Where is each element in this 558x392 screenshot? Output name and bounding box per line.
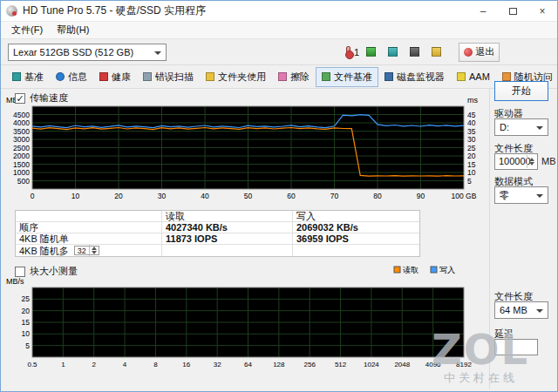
svg-text:4096: 4096: [425, 361, 441, 368]
menu-file[interactable]: 文件(F): [4, 22, 50, 38]
svg-text:128: 128: [273, 361, 285, 368]
svg-text:15: 15: [22, 318, 31, 327]
exit-icon: [464, 48, 473, 57]
maximize-button[interactable]: [498, 1, 527, 22]
block-file-length-combo[interactable]: 64 MB: [494, 301, 548, 319]
temperature-indicator: 1: [346, 46, 359, 57]
svg-text:90: 90: [417, 192, 425, 200]
close-icon: ×: [539, 5, 545, 17]
file-length-spinner[interactable]: 100000: [494, 153, 538, 170]
svg-text:1500: 1500: [13, 160, 30, 169]
health-icon: [99, 72, 108, 81]
tab-erase[interactable]: 擦除: [272, 67, 316, 87]
tab-folder-usage[interactable]: 文件夹使用: [200, 67, 272, 87]
table-header-row: 读取 写入: [16, 211, 419, 222]
data-pattern-combo[interactable]: 零: [494, 186, 548, 204]
tab-error-scan[interactable]: 错误扫描: [137, 67, 200, 87]
thermometer-icon: [346, 46, 350, 57]
svg-text:30: 30: [158, 192, 167, 200]
svg-text:32: 32: [214, 361, 221, 368]
svg-text:2000: 2000: [13, 152, 30, 160]
checkbox-box-icon: [15, 267, 25, 277]
start-button[interactable]: 开始: [494, 81, 548, 101]
svg-text:500: 500: [17, 177, 30, 186]
close-button[interactable]: ×: [527, 1, 557, 22]
drive-combo[interactable]: D:: [494, 118, 548, 136]
exit-button[interactable]: 退出: [459, 43, 500, 62]
svg-text:256: 256: [304, 361, 316, 368]
benchmark-icon: [12, 72, 21, 81]
svg-text:ms: ms: [467, 96, 478, 105]
block-size-checkbox[interactable]: 块大小测量: [15, 265, 78, 278]
thread-count-spinner[interactable]: 32: [74, 246, 99, 255]
svg-text:20: 20: [22, 307, 31, 315]
tab-info[interactable]: 信息: [50, 67, 93, 87]
menubar: 文件(F) 帮助(H): [1, 22, 557, 39]
tab-file-benchmark[interactable]: 文件基准: [316, 67, 378, 87]
info-icon: [56, 72, 65, 81]
svg-text:4: 4: [123, 361, 127, 368]
tab-health[interactable]: 健康: [93, 67, 137, 87]
svg-text:64: 64: [244, 361, 252, 368]
camera-icon: [410, 47, 419, 57]
svg-text:40: 40: [467, 118, 476, 127]
random-access-icon: [502, 72, 511, 81]
menu-help[interactable]: 帮助(H): [50, 22, 96, 38]
svg-text:70: 70: [330, 192, 339, 200]
table-row: 4KB 随机单 11873 IOPS 36959 IOPS: [16, 233, 419, 245]
svg-text:3000: 3000: [13, 135, 30, 144]
minimize-button[interactable]: –: [468, 1, 498, 22]
svg-text:8: 8: [153, 361, 158, 368]
window-title: HD Tune Pro 5.75 - 硬盘/SSD 实用程序: [23, 3, 206, 18]
graph-button[interactable]: [361, 43, 381, 62]
tab-disk-monitor[interactable]: 磁盘监视器: [378, 67, 451, 87]
svg-text:1000: 1000: [13, 168, 30, 177]
spinner-arrows-icon[interactable]: [527, 155, 536, 168]
svg-text:40: 40: [201, 192, 209, 200]
drive-selector[interactable]: Lexar 512GB SSD (512 GB): [8, 44, 167, 61]
col-read: 读取: [162, 211, 293, 221]
svg-text:30: 30: [467, 135, 476, 144]
graph-icon: [366, 47, 376, 57]
folder-usage-icon: [206, 72, 214, 81]
toolbar: Lexar 512GB SSD (512 GB) 1 退出: [1, 39, 557, 65]
svg-text:100 GB: 100 GB: [452, 192, 477, 200]
transfer-speed-checkbox[interactable]: 传输速度: [15, 91, 68, 105]
monitor-button[interactable]: [383, 43, 403, 62]
hdtune-window: HD Tune Pro 5.75 - 硬盘/SSD 实用程序 – × 文件(F)…: [0, 0, 558, 392]
svg-text:80: 80: [373, 192, 382, 200]
tabbar: 基准 信息 健康 错误扫描 文件夹使用 擦除 文件基准 磁盘监视器 AAM 随机…: [1, 65, 557, 89]
spinner-arrows-icon[interactable]: [89, 245, 99, 256]
svg-text:15: 15: [467, 160, 476, 169]
svg-text:35: 35: [467, 127, 476, 136]
svg-text:10: 10: [467, 168, 476, 177]
svg-text:写入: 写入: [439, 266, 455, 274]
screenshot-button[interactable]: [405, 43, 425, 62]
maximize-icon: [509, 8, 517, 15]
svg-text:50: 50: [244, 192, 253, 200]
svg-text:45: 45: [467, 111, 476, 119]
svg-text:16: 16: [182, 361, 190, 368]
app-icon: [6, 5, 17, 17]
latency-field[interactable]: [494, 339, 538, 355]
results-table: 读取 写入 顺序 4027340 KB/s 2069032 KB/s 4KB 随…: [15, 210, 420, 257]
svg-text:2048: 2048: [394, 361, 410, 368]
svg-text:10: 10: [22, 329, 31, 338]
svg-text:60: 60: [287, 192, 296, 200]
svg-text:0: 0: [31, 192, 35, 200]
svg-text:0.5: 0.5: [27, 361, 37, 368]
table-row: 顺序 4027340 KB/s 2069032 KB/s: [16, 222, 419, 233]
aam-icon: [457, 72, 466, 81]
svg-text:20: 20: [114, 192, 123, 200]
tab-benchmark[interactable]: 基准: [6, 67, 50, 87]
folder-icon: [432, 47, 441, 57]
disk-monitor-icon: [384, 72, 393, 81]
svg-text:25: 25: [22, 294, 31, 303]
folder-button[interactable]: [426, 43, 446, 62]
temperature-value: 1: [354, 47, 359, 57]
col-write: 写入: [293, 211, 419, 221]
checkbox-check-icon: [15, 93, 25, 104]
file-benchmark-icon: [322, 72, 330, 81]
svg-text:20: 20: [467, 152, 476, 160]
tab-aam[interactable]: AAM: [451, 68, 496, 85]
